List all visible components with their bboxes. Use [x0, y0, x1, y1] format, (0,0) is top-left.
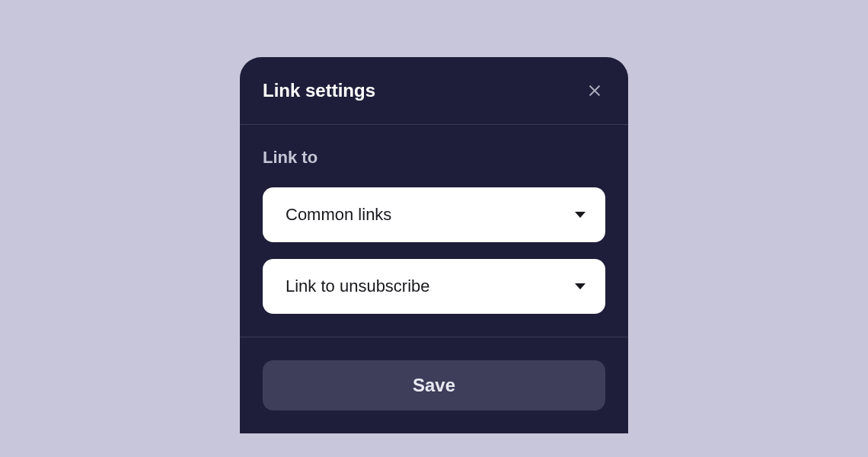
- link-target-select[interactable]: Link to unsubscribe: [263, 259, 605, 314]
- modal-body: Link to Common links Link to unsubscribe: [240, 125, 628, 337]
- close-button[interactable]: [584, 80, 605, 101]
- modal-footer: Save: [240, 337, 628, 433]
- modal-title: Link settings: [263, 80, 375, 101]
- link-type-value: Common links: [286, 205, 391, 225]
- link-settings-modal: Link settings Link to Common links Link …: [240, 57, 628, 433]
- chevron-down-icon: [575, 212, 586, 218]
- save-button[interactable]: Save: [263, 360, 605, 411]
- modal-header: Link settings: [240, 57, 628, 125]
- close-icon: [587, 83, 602, 98]
- link-to-label: Link to: [263, 148, 605, 168]
- link-target-value: Link to unsubscribe: [286, 276, 430, 296]
- link-type-select[interactable]: Common links: [263, 187, 605, 242]
- chevron-down-icon: [575, 283, 586, 289]
